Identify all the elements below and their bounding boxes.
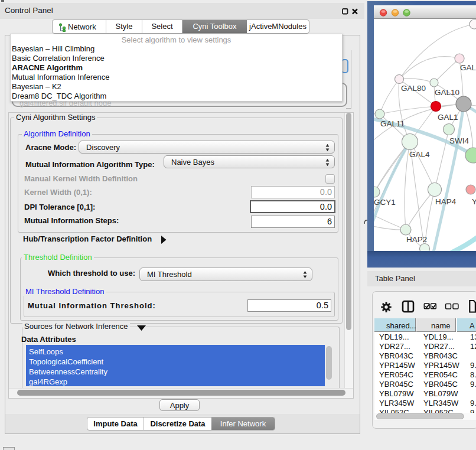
svg-text:GAL80: GAL80: [401, 84, 426, 93]
svg-text:Y: Y: [472, 197, 476, 206]
svg-text:GCY1: GCY1: [374, 198, 396, 207]
svg-text:HAP2: HAP2: [406, 235, 427, 244]
svg-text:GAL11: GAL11: [380, 119, 405, 128]
svg-text:GAL10: GAL10: [435, 88, 459, 97]
svg-text:GAL1: GAL1: [438, 113, 458, 122]
svg-text:SWI4: SWI4: [449, 136, 469, 145]
svg-text:GAL: GAL: [460, 63, 476, 72]
svg-text:GAL4: GAL4: [409, 150, 430, 159]
svg-text:HAP4: HAP4: [435, 197, 457, 206]
